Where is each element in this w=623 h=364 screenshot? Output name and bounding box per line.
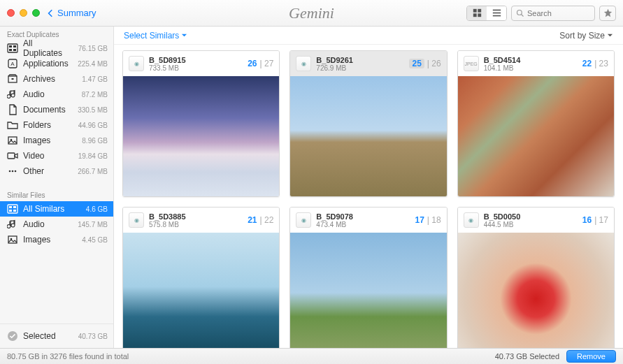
zoom-window-button[interactable] <box>32 9 40 17</box>
image-icon <box>7 135 18 146</box>
sidebar-item-selected[interactable]: Selected 40.73 GB <box>0 324 113 348</box>
sidebar-item-images[interactable]: Images4.45 GB <box>0 232 113 247</box>
close-window-button[interactable] <box>7 9 15 17</box>
sidebar-item-size: 19.84 GB <box>78 152 108 160</box>
card-thumbnail[interactable] <box>123 76 279 196</box>
card-filesize: 104.1 MB <box>484 64 521 72</box>
sidebar-item-size: 330.5 MB <box>78 106 108 114</box>
svg-rect-17 <box>12 78 14 80</box>
svg-rect-11 <box>13 45 16 48</box>
svg-rect-20 <box>8 153 15 159</box>
result-card[interactable]: ◉B_5D9078473.4 MB17| 18 <box>289 207 447 348</box>
sidebar-item-size: 8.96 GB <box>82 137 108 145</box>
sidebar-selected-size: 40.73 GB <box>78 333 108 340</box>
star-icon <box>603 8 613 17</box>
sidebar-item-audio[interactable]: Audio145.7 MB <box>0 217 113 232</box>
sidebar-item-all-duplicates[interactable]: All Duplicates76.15 GB <box>0 41 113 56</box>
sidebar-item-label: Images <box>23 136 77 145</box>
card-meta: B_5D3885575.8 MB <box>149 212 186 228</box>
doc-icon <box>7 104 18 115</box>
card-counts: 26| 27 <box>248 59 273 68</box>
sidebar-item-applications[interactable]: AApplications225.4 MB <box>0 56 113 71</box>
card-thumbnail[interactable] <box>290 76 446 196</box>
sidebar-item-size: 44.96 GB <box>78 122 108 129</box>
sidebar-item-video[interactable]: Video19.84 GB <box>0 148 113 163</box>
app-logo: Gemini <box>289 4 334 22</box>
chevron-down-icon <box>607 32 613 38</box>
svg-rect-25 <box>9 206 12 208</box>
card-filename: B_5D9078 <box>316 212 353 221</box>
sidebar-item-all-similars[interactable]: All Similars4.6 GB <box>0 201 113 217</box>
sidebar-item-audio[interactable]: Audio87.2 MB <box>0 87 113 102</box>
card-total-count: | 26 <box>427 59 441 68</box>
card-thumbnail[interactable] <box>290 233 446 348</box>
card-total-count: | 17 <box>594 215 608 225</box>
window-controls <box>7 9 40 17</box>
sort-by-dropdown[interactable]: Sort by Size <box>559 31 613 41</box>
sidebar-item-label: Folders <box>23 120 73 130</box>
card-thumbnail[interactable] <box>123 233 279 348</box>
svg-line-8 <box>522 14 524 16</box>
svg-rect-26 <box>13 206 16 208</box>
sidebar-item-folders[interactable]: Folders44.96 GB <box>0 117 113 133</box>
card-total-count: | 18 <box>427 215 441 225</box>
svg-rect-13 <box>13 49 16 51</box>
search-input[interactable] <box>527 9 583 17</box>
sidebar-item-documents[interactable]: Documents330.5 MB <box>0 102 113 117</box>
card-filename: B_5D3885 <box>149 212 186 221</box>
result-card[interactable]: ◉B_5D3885575.8 MB21| 22 <box>122 207 280 348</box>
grid-view-button[interactable] <box>467 6 487 20</box>
svg-point-23 <box>15 170 17 173</box>
sidebar-item-images[interactable]: Images8.96 GB <box>0 133 113 148</box>
svg-rect-2 <box>473 13 476 17</box>
back-to-summary-button[interactable]: Summary <box>45 8 96 18</box>
svg-rect-4 <box>492 10 500 11</box>
card-filesize: 726.9 MB <box>316 64 353 72</box>
card-counts: 16| 17 <box>582 215 608 225</box>
card-header: ◉B_5D9261726.9 MB25| 26 <box>290 51 446 76</box>
card-thumbnail[interactable] <box>458 233 614 348</box>
status-bar: 80.75 GB in 3276 files found in total 40… <box>0 348 623 364</box>
remove-button[interactable]: Remove <box>566 350 616 363</box>
raw-file-icon: ◉ <box>296 212 311 228</box>
result-card[interactable]: ◉B_5D0050444.5 MB16| 17 <box>457 207 615 348</box>
search-icon <box>516 9 524 17</box>
sidebar-item-size: 4.45 GB <box>82 236 108 244</box>
sidebar-item-label: Audio <box>23 89 77 99</box>
svg-point-7 <box>517 10 522 15</box>
select-similars-dropdown[interactable]: Select Similars <box>124 31 187 41</box>
sidebar-item-size: 1.47 GB <box>82 75 108 83</box>
card-header: ◉B_5D8915733.5 MB26| 27 <box>123 51 279 76</box>
sidebar-item-label: Other <box>23 166 73 176</box>
card-thumbnail[interactable] <box>458 76 614 196</box>
sidebar-item-label: Archives <box>23 74 77 84</box>
sidebar-item-label: Video <box>23 151 73 161</box>
card-counts: 25| 26 <box>409 59 441 68</box>
sidebar-item-archives[interactable]: Archives1.47 GB <box>0 71 113 87</box>
card-selected-count: 25 <box>409 59 424 68</box>
favorites-button[interactable] <box>599 6 616 21</box>
minimize-window-button[interactable] <box>20 9 27 17</box>
result-card[interactable]: JPEGB_5D4514104.1 MB22| 23 <box>457 50 615 197</box>
card-counts: 22| 23 <box>582 59 608 68</box>
card-counts: 17| 18 <box>415 215 441 225</box>
results-grid: ◉B_5D8915733.5 MB26| 27◉B_5D9261726.9 MB… <box>114 45 623 348</box>
sidebar-item-label: All Duplicates <box>23 38 73 58</box>
sidebar-item-label: All Similars <box>23 204 81 214</box>
card-filesize: 575.8 MB <box>149 221 186 228</box>
card-meta: B_5D9078473.4 MB <box>316 212 353 228</box>
card-filesize: 444.5 MB <box>484 221 521 228</box>
card-filename: B_5D8915 <box>149 56 186 64</box>
card-total-count: | 27 <box>260 59 274 68</box>
card-selected-count: 17 <box>415 215 424 225</box>
raw-file-icon: ◉ <box>296 56 311 71</box>
result-card[interactable]: ◉B_5D8915733.5 MB26| 27 <box>122 50 280 197</box>
check-circle-icon <box>7 330 18 342</box>
sidebar-item-other[interactable]: Other266.7 MB <box>0 163 113 179</box>
search-field[interactable] <box>511 6 595 21</box>
raw-file-icon: ◉ <box>464 212 479 228</box>
grid-icon <box>473 8 482 17</box>
all-icon <box>7 43 18 54</box>
result-card[interactable]: ◉B_5D9261726.9 MB25| 26 <box>289 50 447 197</box>
list-view-button[interactable] <box>487 6 506 20</box>
